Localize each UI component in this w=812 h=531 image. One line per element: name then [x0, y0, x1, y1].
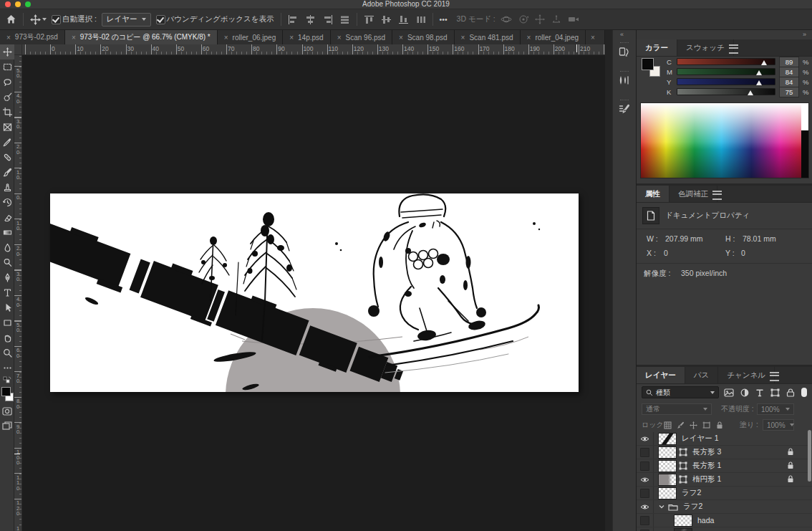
- layer-row[interactable]: hada: [637, 514, 812, 527]
- collapse-dock-button[interactable]: «: [620, 31, 624, 38]
- slider-thumb[interactable]: [756, 70, 762, 75]
- document-properties-icon[interactable]: [642, 207, 659, 224]
- close-tab-icon[interactable]: ×: [461, 34, 465, 42]
- frame-tool[interactable]: [0, 120, 14, 135]
- edit-toolbar-button[interactable]: [0, 360, 14, 375]
- tab-channels[interactable]: チャンネル: [718, 367, 775, 383]
- foreground-background-colors[interactable]: [0, 386, 14, 404]
- align-horizontal-centers-icon[interactable]: [305, 15, 316, 24]
- type-tool[interactable]: [0, 285, 14, 300]
- visibility-toggle[interactable]: [637, 527, 654, 531]
- home-icon[interactable]: [6, 14, 16, 24]
- brush-tool[interactable]: [0, 165, 14, 180]
- layer-row[interactable]: レイヤー 1: [637, 432, 812, 446]
- document-tab-truncated[interactable]: ×: [586, 30, 605, 44]
- layer-row[interactable]: [637, 527, 812, 531]
- tab-layers[interactable]: レイヤー: [637, 367, 685, 383]
- panel-menu-icon[interactable]: [712, 191, 722, 200]
- document-canvas[interactable]: [50, 193, 579, 392]
- layer-thumbnail[interactable]: [658, 433, 677, 445]
- blend-mode-dropdown[interactable]: 通常: [642, 403, 712, 415]
- document-tab[interactable]: ×973号-02.psd: [0, 30, 65, 44]
- black-slider[interactable]: [677, 88, 775, 95]
- layer-thumbnail[interactable]: [658, 474, 677, 486]
- brush-settings-panel-button[interactable]: [615, 97, 634, 118]
- spot-healing-brush-tool[interactable]: [0, 150, 14, 165]
- close-tab-icon[interactable]: ×: [72, 34, 76, 42]
- filter-pixel-layers-icon[interactable]: [724, 388, 734, 397]
- slider-thumb[interactable]: [761, 60, 767, 65]
- close-tab-icon[interactable]: ×: [399, 34, 403, 42]
- lock-pixels-icon[interactable]: [677, 421, 685, 429]
- layer-thumbnail[interactable]: [674, 515, 692, 527]
- gradient-tool[interactable]: [0, 225, 14, 240]
- yellow-slider[interactable]: [677, 78, 775, 85]
- align-left-edges-icon[interactable]: [288, 15, 299, 24]
- visibility-toggle[interactable]: [637, 446, 654, 459]
- close-tab-icon[interactable]: ×: [6, 34, 11, 42]
- visibility-toggle[interactable]: [637, 432, 654, 445]
- filter-smart-objects-icon[interactable]: [786, 388, 795, 397]
- lasso-tool[interactable]: [0, 75, 14, 90]
- close-tab-icon[interactable]: ×: [289, 34, 294, 42]
- dock-divider[interactable]: [605, 30, 612, 531]
- tab-paths[interactable]: パス: [685, 367, 719, 383]
- rectangle-shape-tool[interactable]: [0, 315, 14, 330]
- align-vertical-centers-icon[interactable]: [381, 15, 392, 24]
- document-tab[interactable]: ×14p.psd: [283, 30, 330, 44]
- distribute-vertical-centers-icon[interactable]: [415, 15, 426, 24]
- document-tab[interactable]: ×Scan 481.psd: [455, 30, 521, 44]
- filter-shape-layers-icon[interactable]: [770, 388, 780, 397]
- align-bottom-edges-icon[interactable]: [398, 15, 409, 24]
- layer-thumbnail[interactable]: [658, 487, 677, 499]
- cyan-slider[interactable]: [677, 58, 775, 65]
- vertical-ruler[interactable]: 5040302010010203040506070809010011012013…: [14, 55, 22, 531]
- layers-scrollbar[interactable]: [808, 430, 811, 482]
- pasteboard[interactable]: [22, 55, 605, 531]
- close-tab-icon[interactable]: ×: [527, 34, 531, 42]
- document-tab[interactable]: ×Scan 96.psd: [331, 30, 392, 44]
- magenta-slider[interactable]: [677, 68, 775, 75]
- document-tab-active[interactable]: ×973号-02 のコピー @ 66.7% (CMYK/8) *: [65, 30, 218, 44]
- blur-tool[interactable]: [0, 240, 14, 255]
- filter-type-layers-icon[interactable]: [755, 388, 764, 397]
- tab-color[interactable]: カラー: [637, 39, 677, 56]
- gray-ramp[interactable]: [801, 103, 808, 178]
- history-panel-button[interactable]: [615, 39, 634, 61]
- dodge-tool[interactable]: [0, 255, 14, 270]
- history-brush-tool[interactable]: [0, 195, 14, 210]
- filter-adjustment-layers-icon[interactable]: [740, 388, 749, 397]
- horizontal-ruler[interactable]: 0102030405060708090100110120130140150160…: [22, 44, 605, 55]
- brushes-panel-button[interactable]: [615, 68, 634, 90]
- collapse-panels-button[interactable]: »: [803, 31, 807, 38]
- layer-thumbnail[interactable]: [658, 460, 677, 472]
- distribute-horizontal-centers-icon[interactable]: [339, 15, 350, 24]
- cyan-value-field[interactable]: 89: [779, 57, 799, 67]
- panel-menu-icon[interactable]: [770, 372, 779, 381]
- fill-field[interactable]: 100%: [763, 419, 794, 431]
- eraser-tool[interactable]: [0, 210, 14, 225]
- slider-thumb[interactable]: [748, 90, 753, 95]
- layer-row[interactable]: ラフ2: [637, 487, 812, 500]
- more-options-button[interactable]: •••: [440, 15, 448, 24]
- close-tab-icon[interactable]: ×: [224, 34, 228, 42]
- panel-menu-icon[interactable]: [729, 44, 738, 54]
- current-tool-button[interactable]: [30, 14, 47, 25]
- document-tab[interactable]: ×roller_04.jpeg: [521, 30, 586, 44]
- lock-position-icon[interactable]: [690, 421, 697, 429]
- layer-row[interactable]: 長方形 3: [637, 446, 812, 459]
- eyedropper-tool[interactable]: [0, 135, 14, 150]
- magenta-value-field[interactable]: 84: [779, 67, 799, 77]
- rectangular-marquee-tool[interactable]: [0, 59, 14, 75]
- visibility-toggle[interactable]: [637, 487, 654, 499]
- lock-all-icon[interactable]: [716, 421, 723, 429]
- zoom-tool[interactable]: [0, 345, 14, 360]
- tab-properties[interactable]: 属性: [637, 186, 670, 202]
- color-panel-swatches[interactable]: [642, 58, 662, 78]
- align-top-edges-icon[interactable]: [364, 15, 374, 24]
- tab-swatches[interactable]: スウォッチ: [677, 39, 734, 56]
- visibility-toggle[interactable]: [637, 459, 654, 472]
- color-spectrum-picker[interactable]: [640, 102, 809, 178]
- layer-thumbnail[interactable]: [658, 446, 677, 459]
- document-tab[interactable]: ×roller_06.jpeg: [218, 30, 283, 44]
